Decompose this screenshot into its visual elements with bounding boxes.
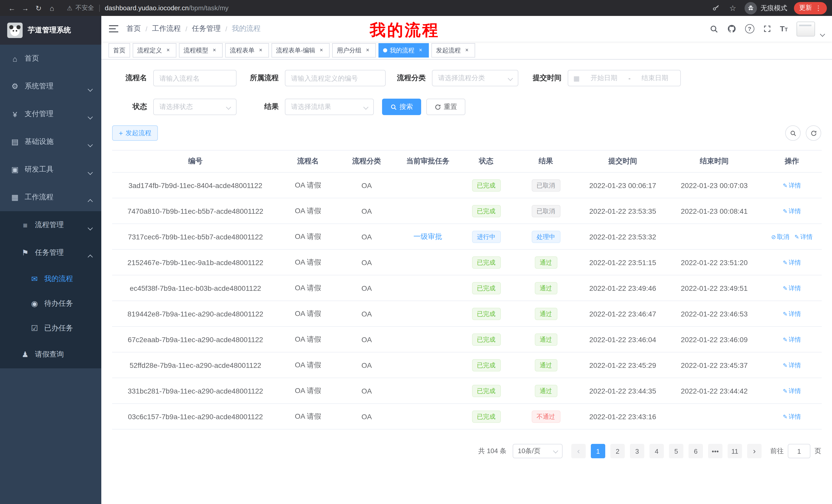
breadcrumb-item[interactable]: 任务管理 (192, 24, 221, 33)
more-pages-icon[interactable]: ••• (708, 444, 723, 458)
chevron-down-icon (88, 140, 92, 148)
detail-action[interactable]: ✎详情 (783, 336, 801, 343)
profile-chip[interactable]: 无痕模式 (745, 2, 787, 14)
cell-result: 通过 (513, 378, 579, 403)
sidebar-item-my-process[interactable]: ✉我的流程 (0, 267, 101, 291)
detail-action[interactable]: ✎详情 (783, 284, 801, 291)
help-icon[interactable]: ? (745, 24, 754, 33)
cell-result: 通过 (513, 352, 579, 378)
process-category-select[interactable]: 请选择流程分类 (432, 70, 518, 86)
column-header: 状态 (460, 150, 513, 172)
page-button-11[interactable]: 11 (728, 444, 742, 458)
breadcrumb-item[interactable]: 工作流程 (152, 24, 181, 33)
sidebar-item-done-tasks[interactable]: ☑已办任务 (0, 316, 101, 341)
detail-action[interactable]: ✎详情 (783, 181, 801, 189)
site-security[interactable]: ⚠ 不安全 (67, 4, 94, 12)
page-button-5[interactable]: 5 (669, 444, 683, 458)
page-button-2[interactable]: 2 (610, 444, 625, 458)
search-button[interactable]: 搜索 (382, 99, 421, 115)
process-definition-input[interactable] (285, 70, 386, 86)
caret-down-icon[interactable] (821, 29, 824, 38)
page-button-4[interactable]: 4 (649, 444, 664, 458)
detail-action[interactable]: ✎详情 (783, 413, 801, 420)
sidebar-item-infrastructure[interactable]: ▤基础设施 (0, 128, 101, 156)
cell-id: 819442e8-7b9a-11ec-a290-acde48001122 (112, 301, 279, 327)
cancel-action[interactable]: ⊘取消 (771, 233, 789, 240)
tab-process-form-edit[interactable]: 流程表单-编辑× (271, 43, 330, 58)
column-header: 操作 (762, 150, 822, 172)
detail-action[interactable]: ✎详情 (795, 233, 812, 240)
fullscreen-icon[interactable] (763, 25, 771, 33)
back-icon[interactable]: ← (5, 1, 19, 15)
password-key-icon[interactable] (711, 3, 721, 13)
sidebar-item-task-management[interactable]: ⚑任务管理 (0, 239, 101, 267)
sidebar-item-system-management[interactable]: ⚙系统管理 (0, 73, 101, 100)
cell-process-name: OA 请假 (279, 249, 337, 275)
search-icon[interactable] (709, 24, 718, 33)
show-search-toggle-button[interactable] (785, 125, 801, 141)
page-button-1[interactable]: 1 (591, 444, 605, 458)
tab-user-group[interactable]: 用户分组× (332, 43, 376, 58)
goto-page-input[interactable] (788, 444, 810, 458)
navbar: 首页/工作流程/任务管理/我的流程 我的流程 ?TT (101, 16, 832, 41)
page-button-3[interactable]: 3 (630, 444, 644, 458)
sidebar-item-process-management[interactable]: ≡流程管理 (0, 211, 101, 239)
sidebar-collapse-icon[interactable] (109, 25, 118, 33)
cell-category: OA (337, 172, 396, 198)
tab-close-icon[interactable]: × (257, 47, 264, 54)
cell-id: 331bc281-7b9a-11ec-a290-acde48001122 (112, 378, 279, 403)
sidebar-item-todo-tasks[interactable]: ◉待办任务 (0, 291, 101, 316)
refresh-table-button[interactable] (806, 125, 821, 141)
breadcrumb-item[interactable]: 首页 (127, 24, 141, 33)
update-menu-button[interactable]: 更新 ⋮ (794, 2, 827, 14)
detail-action[interactable]: ✎详情 (783, 207, 801, 215)
user-avatar[interactable] (797, 21, 815, 36)
font-size-icon[interactable]: TT (780, 24, 788, 33)
tab-close-icon[interactable]: × (164, 47, 172, 54)
tab-close-icon[interactable]: × (417, 47, 424, 54)
github-icon[interactable] (727, 24, 736, 33)
tab-close-icon[interactable]: × (364, 47, 371, 54)
tab-start-process[interactable]: 发起流程× (432, 43, 475, 58)
sidebar-item-payment-management[interactable]: ¥支付管理 (0, 100, 101, 128)
logo-row[interactable]: 芋道管理系统 (0, 16, 101, 45)
date-range-picker[interactable]: ▦ 开始日期 - 结束日期 (568, 70, 681, 86)
cell-category: OA (337, 224, 396, 249)
tab-process-form[interactable]: 流程表单× (225, 43, 269, 58)
sidebar-item-home[interactable]: ⌂首页 (0, 45, 101, 73)
sidebar-item-dev-tools[interactable]: ▣研发工具 (0, 156, 101, 184)
process-name-input[interactable] (153, 70, 237, 86)
page-size-select[interactable]: 10条/页 (513, 444, 563, 458)
sidebar-item-workflow[interactable]: ▦工作流程 (0, 184, 101, 211)
detail-action[interactable]: ✎详情 (783, 387, 801, 394)
cell-current-task (396, 378, 460, 403)
prev-page-button[interactable]: ‹ (571, 444, 586, 458)
address-bar[interactable]: dashboard.yudao.iocoder.cn/bpm/task/my (105, 4, 229, 12)
detail-action[interactable]: ✎详情 (783, 361, 801, 369)
tab-close-icon[interactable]: × (211, 47, 218, 54)
detail-action[interactable]: ✎详情 (783, 259, 801, 266)
tab-close-icon[interactable]: × (318, 47, 325, 54)
tab-home[interactable]: 首页 (108, 43, 130, 58)
forward-icon[interactable]: → (19, 1, 32, 15)
status-select[interactable]: 请选择状态 (153, 99, 237, 115)
bookmark-star-icon[interactable]: ☆ (728, 3, 738, 13)
tab-close-icon[interactable]: × (463, 47, 470, 54)
result-select[interactable]: 请选择流结果 (285, 99, 374, 115)
detail-action[interactable]: ✎详情 (783, 310, 801, 317)
tab-my-process[interactable]: 我的流程× (379, 43, 429, 58)
current-task-link[interactable]: 一级审批 (413, 232, 442, 240)
tab-process-model[interactable]: 流程模型× (179, 43, 223, 58)
process-category-label: 流程分类 (391, 74, 432, 83)
browser-home-icon[interactable]: ⌂ (45, 1, 59, 15)
reload-icon[interactable]: ↻ (32, 1, 45, 15)
sidebar-item-leave-query[interactable]: ♟请假查询 (0, 341, 101, 368)
tab-label: 我的流程 (390, 46, 414, 55)
tab-process-definition[interactable]: 流程定义× (133, 43, 176, 58)
cell-submit-time: 2022-01-23 00:06:17 (579, 172, 667, 198)
create-process-button[interactable]: + 发起流程 (112, 125, 158, 141)
page-button-6[interactable]: 6 (688, 444, 703, 458)
next-page-button[interactable]: › (747, 444, 761, 458)
reset-button[interactable]: 重置 (426, 99, 465, 115)
create-process-label: 发起流程 (126, 129, 151, 137)
